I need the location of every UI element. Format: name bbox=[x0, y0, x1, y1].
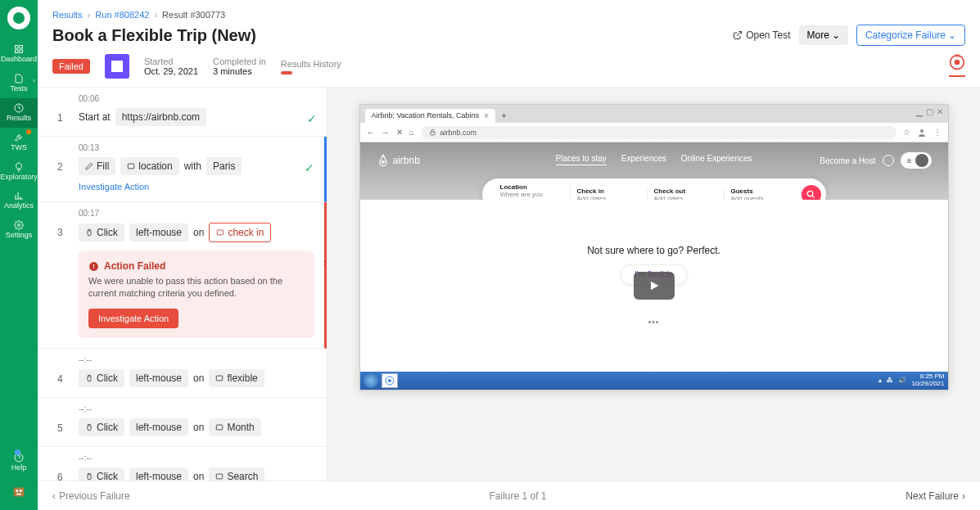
avatar-icon bbox=[915, 154, 928, 167]
user-icon[interactable] bbox=[917, 128, 927, 138]
breadcrumb-run[interactable]: Run #808242 bbox=[95, 10, 149, 20]
maximize-icon[interactable]: ▢ bbox=[926, 107, 933, 116]
airbnb-icon bbox=[377, 154, 390, 167]
previous-failure-link[interactable]: ‹ Previous Failure bbox=[52, 490, 130, 502]
play-icon bbox=[648, 279, 661, 292]
svg-point-36 bbox=[388, 379, 391, 382]
menu-icon[interactable]: ⋮ bbox=[933, 128, 942, 137]
chrome-taskbar-icon[interactable] bbox=[382, 373, 398, 388]
system-clock[interactable]: 8:25 PM 10/29/2021 bbox=[911, 373, 944, 388]
sidebar-item-help[interactable]: Help bbox=[10, 448, 28, 477]
search-label: Check out bbox=[654, 187, 717, 195]
target-label: check in bbox=[228, 227, 264, 238]
sidebar-item-analytics[interactable]: Analytics bbox=[0, 186, 38, 215]
step-row[interactable]: 2 00:13 Fill location with Paris bbox=[38, 137, 327, 202]
start-button-icon[interactable] bbox=[364, 373, 378, 388]
svg-rect-14 bbox=[129, 164, 135, 169]
chevron-down-icon: ⌄ bbox=[832, 29, 840, 41]
browser-tab[interactable]: Airbnb: Vacation Rentals, Cabins × bbox=[365, 109, 495, 123]
step-number: 4 bbox=[57, 373, 63, 385]
edit-icon bbox=[85, 162, 93, 170]
new-tab-button[interactable]: + bbox=[499, 111, 510, 120]
external-link-icon bbox=[733, 30, 743, 40]
nav-experiences[interactable]: Experiences bbox=[621, 154, 666, 165]
action-chip: Click bbox=[79, 369, 124, 387]
app-logo[interactable] bbox=[7, 7, 30, 29]
airbnb-body: Not sure where to go? Perfect. I'm flexi… bbox=[360, 200, 948, 372]
sidebar-item-robot[interactable] bbox=[10, 477, 28, 502]
step-verb: Start at bbox=[79, 111, 111, 123]
tests-icon bbox=[14, 74, 24, 83]
tools-icon bbox=[14, 133, 24, 142]
started-meta: Started Oct. 29, 2021 bbox=[144, 56, 198, 76]
step-time: 00:06 bbox=[79, 94, 317, 103]
sidebar-item-tests[interactable]: Tests › bbox=[0, 69, 38, 98]
bulb-icon bbox=[14, 162, 24, 172]
mouse-icon bbox=[85, 423, 93, 431]
svg-point-30 bbox=[920, 129, 924, 133]
mouse-icon bbox=[85, 472, 93, 481]
browser-hd-icon[interactable]: HD bbox=[949, 54, 965, 77]
steps-pane[interactable]: 1 00:06 Start at https://airbnb.com ✓ 2 … bbox=[38, 88, 327, 481]
home-icon[interactable]: ⌂ bbox=[409, 128, 414, 137]
target-label: Search bbox=[227, 471, 258, 481]
sidebar-item-exploratory[interactable]: Exploratory bbox=[0, 157, 38, 187]
step-row[interactable]: 4 --:-- Click left-mouse on flexible bbox=[38, 349, 327, 398]
more-label: More bbox=[807, 29, 829, 41]
star-icon[interactable]: ☆ bbox=[903, 128, 910, 137]
next-label: Next Failure bbox=[905, 490, 959, 502]
page-title: Book a Flexible Trip (New) bbox=[52, 26, 256, 45]
robot-icon bbox=[10, 482, 28, 500]
error-title-text: Action Failed bbox=[104, 260, 165, 272]
error-message: We were unable to pass this action based… bbox=[88, 275, 305, 300]
nav-online[interactable]: Online Experiences bbox=[681, 154, 752, 165]
url-input[interactable]: airbnb.com bbox=[421, 126, 896, 139]
element-icon bbox=[215, 374, 224, 382]
url-text: airbnb.com bbox=[440, 129, 477, 137]
close-icon[interactable]: × bbox=[484, 111, 489, 120]
open-test-link[interactable]: Open Test bbox=[733, 29, 790, 41]
airbnb-hero: airbnb Places to stay Experiences Online… bbox=[360, 142, 948, 200]
sidebar-item-settings[interactable]: Settings bbox=[0, 215, 38, 245]
svg-rect-8 bbox=[16, 490, 18, 492]
more-button[interactable]: More ⌄ bbox=[799, 25, 848, 45]
categorize-failure-button[interactable]: Categorize Failure ⌄ bbox=[856, 25, 965, 46]
sidebar-item-results[interactable]: Results bbox=[0, 98, 38, 128]
breadcrumb-results[interactable]: Results bbox=[52, 10, 83, 20]
step-time: 00:13 bbox=[79, 143, 314, 152]
step-row[interactable]: 1 00:06 Start at https://airbnb.com ✓ bbox=[38, 88, 327, 137]
step-row[interactable]: 6 --:-- Click left-mouse on Search bbox=[38, 447, 327, 481]
action-chip: Click bbox=[79, 223, 124, 241]
investigate-action-button[interactable]: Investigate Action bbox=[88, 309, 178, 328]
stop-icon[interactable]: ✕ bbox=[396, 128, 403, 137]
tab-title: Airbnb: Vacation Rentals, Cabins bbox=[372, 111, 479, 120]
forward-icon[interactable]: → bbox=[382, 128, 390, 137]
sidebar-item-tws[interactable]: TWS bbox=[0, 128, 38, 157]
nav-places[interactable]: Places to stay bbox=[555, 154, 606, 165]
investigate-link[interactable]: Investigate Action bbox=[79, 182, 314, 192]
step-row[interactable]: 5 --:-- Click left-mouse on Month bbox=[38, 398, 327, 447]
network-icon[interactable]: 🖧 bbox=[887, 377, 893, 384]
svg-point-5 bbox=[18, 224, 20, 227]
minimize-icon[interactable]: ▁ bbox=[916, 107, 923, 116]
sound-icon[interactable]: 🔊 bbox=[898, 377, 906, 384]
back-icon[interactable]: ← bbox=[367, 128, 375, 137]
target-chip: location bbox=[120, 157, 178, 175]
step-number: 2 bbox=[57, 161, 63, 173]
svg-point-32 bbox=[807, 191, 812, 196]
globe-icon[interactable] bbox=[883, 155, 894, 166]
profile-menu[interactable]: ≡ bbox=[901, 152, 932, 169]
value-chip: left-mouse bbox=[129, 223, 188, 241]
failure-count: Failure 1 of 1 bbox=[489, 490, 546, 502]
become-host-link[interactable]: Become a Host bbox=[820, 156, 875, 165]
next-failure-link[interactable]: Next Failure › bbox=[905, 490, 965, 502]
svg-rect-9 bbox=[20, 490, 22, 492]
tray-up-icon[interactable]: ▴ bbox=[878, 377, 882, 384]
play-video-button[interactable] bbox=[634, 272, 675, 300]
close-icon[interactable]: ✕ bbox=[937, 107, 943, 116]
user-avatar bbox=[105, 54, 129, 79]
svg-rect-17 bbox=[218, 230, 224, 235]
sidebar-item-dashboard[interactable]: Dashboard bbox=[0, 39, 38, 69]
airbnb-logo[interactable]: airbnb bbox=[377, 154, 420, 167]
step-row[interactable]: 3 00:17 Click left-mouse on check in bbox=[38, 202, 327, 349]
